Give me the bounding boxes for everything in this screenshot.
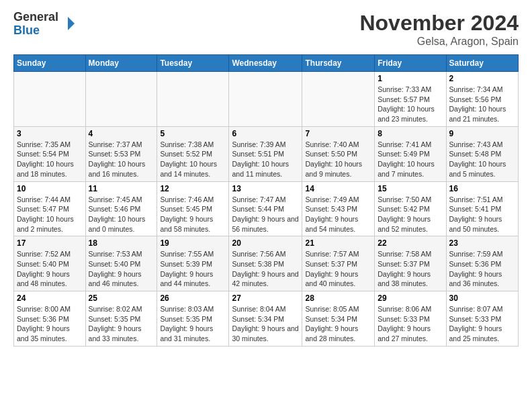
header-sunday: Sunday (14, 55, 86, 72)
day-number: 22 (378, 238, 443, 248)
day-number: 24 (17, 293, 83, 303)
day-details: Sunrise: 8:05 AMSunset: 5:34 PMDaylight:… (305, 304, 371, 344)
day-number: 16 (449, 184, 515, 193)
calendar-cell: 15Sunrise: 7:50 AMSunset: 5:42 PMDayligh… (375, 181, 446, 236)
day-number: 1 (378, 74, 443, 83)
calendar-cell: 22Sunrise: 7:58 AMSunset: 5:37 PMDayligh… (375, 236, 446, 291)
title-block: November 2024 Gelsa, Aragon, Spain (359, 11, 519, 48)
header-saturday: Saturday (446, 55, 518, 72)
day-details: Sunrise: 7:59 AMSunset: 5:36 PMDaylight:… (449, 249, 515, 289)
week-row-2: 3Sunrise: 7:35 AMSunset: 5:54 PMDaylight… (14, 126, 519, 181)
day-number: 12 (160, 184, 226, 193)
day-details: Sunrise: 7:37 AMSunset: 5:53 PMDaylight:… (89, 140, 154, 179)
calendar-cell: 5Sunrise: 7:38 AMSunset: 5:52 PMDaylight… (157, 126, 229, 181)
day-details: Sunrise: 8:00 AMSunset: 5:36 PMDaylight:… (17, 304, 83, 344)
calendar-cell: 11Sunrise: 7:45 AMSunset: 5:46 PMDayligh… (85, 181, 157, 236)
day-details: Sunrise: 7:47 AMSunset: 5:44 PMDaylight:… (232, 195, 299, 234)
day-details: Sunrise: 7:53 AMSunset: 5:40 PMDaylight:… (89, 249, 154, 289)
day-number: 28 (305, 293, 371, 303)
calendar-cell: 29Sunrise: 8:06 AMSunset: 5:33 PMDayligh… (375, 291, 446, 347)
day-details: Sunrise: 7:39 AMSunset: 5:51 PMDaylight:… (232, 140, 299, 179)
day-details: Sunrise: 7:43 AMSunset: 5:48 PMDaylight:… (449, 140, 515, 179)
calendar-cell: 27Sunrise: 8:04 AMSunset: 5:34 PMDayligh… (229, 291, 302, 347)
day-details: Sunrise: 8:03 AMSunset: 5:35 PMDaylight:… (160, 304, 226, 344)
day-number: 5 (160, 129, 226, 138)
logo: General Blue (13, 11, 76, 38)
page: General Blue November 2024 Gelsa, Aragon… (0, 0, 532, 357)
calendar-cell: 2Sunrise: 7:34 AMSunset: 5:56 PMDaylight… (446, 72, 518, 127)
day-details: Sunrise: 7:44 AMSunset: 5:47 PMDaylight:… (17, 195, 83, 234)
header-row: SundayMondayTuesdayWednesdayThursdayFrid… (14, 55, 519, 72)
day-details: Sunrise: 7:52 AMSunset: 5:40 PMDaylight:… (17, 249, 83, 289)
day-details: Sunrise: 7:46 AMSunset: 5:45 PMDaylight:… (160, 195, 226, 234)
calendar-cell: 24Sunrise: 8:00 AMSunset: 5:36 PMDayligh… (14, 291, 86, 347)
calendar-table: SundayMondayTuesdayWednesdayThursdayFrid… (13, 54, 519, 347)
header-thursday: Thursday (302, 55, 375, 72)
calendar-cell: 1Sunrise: 7:33 AMSunset: 5:57 PMDaylight… (375, 72, 446, 127)
day-details: Sunrise: 7:35 AMSunset: 5:54 PMDaylight:… (17, 140, 83, 179)
day-details: Sunrise: 8:02 AMSunset: 5:35 PMDaylight:… (89, 304, 154, 344)
location-subtitle: Gelsa, Aragon, Spain (359, 36, 519, 48)
logo-text: General Blue (13, 11, 58, 38)
day-details: Sunrise: 8:06 AMSunset: 5:33 PMDaylight:… (378, 304, 443, 344)
calendar-cell: 28Sunrise: 8:05 AMSunset: 5:34 PMDayligh… (302, 291, 375, 347)
day-details: Sunrise: 7:58 AMSunset: 5:37 PMDaylight:… (378, 249, 443, 289)
calendar-cell (157, 72, 229, 127)
day-number: 10 (17, 184, 83, 193)
day-number: 14 (305, 184, 371, 193)
day-number: 20 (232, 238, 299, 248)
calendar-cell: 19Sunrise: 7:55 AMSunset: 5:39 PMDayligh… (157, 236, 229, 291)
calendar-cell: 4Sunrise: 7:37 AMSunset: 5:53 PMDaylight… (85, 126, 157, 181)
calendar-cell (302, 72, 375, 127)
day-number: 25 (89, 293, 154, 303)
day-details: Sunrise: 8:07 AMSunset: 5:33 PMDaylight:… (449, 304, 515, 344)
week-row-5: 24Sunrise: 8:00 AMSunset: 5:36 PMDayligh… (14, 291, 519, 347)
day-number: 11 (89, 184, 154, 193)
day-number: 15 (378, 184, 443, 193)
header-friday: Friday (375, 55, 446, 72)
header-tuesday: Tuesday (157, 55, 229, 72)
header-wednesday: Wednesday (229, 55, 302, 72)
calendar-cell: 26Sunrise: 8:03 AMSunset: 5:35 PMDayligh… (157, 291, 229, 347)
day-details: Sunrise: 7:51 AMSunset: 5:41 PMDaylight:… (449, 195, 515, 234)
logo-icon (60, 15, 76, 32)
calendar-cell: 17Sunrise: 7:52 AMSunset: 5:40 PMDayligh… (14, 236, 86, 291)
day-details: Sunrise: 7:49 AMSunset: 5:43 PMDaylight:… (305, 195, 371, 234)
day-number: 13 (232, 184, 299, 193)
calendar-cell: 18Sunrise: 7:53 AMSunset: 5:40 PMDayligh… (85, 236, 157, 291)
calendar-cell: 12Sunrise: 7:46 AMSunset: 5:45 PMDayligh… (157, 181, 229, 236)
day-details: Sunrise: 7:55 AMSunset: 5:39 PMDaylight:… (160, 249, 226, 289)
day-details: Sunrise: 7:34 AMSunset: 5:56 PMDaylight:… (449, 85, 515, 124)
calendar-cell: 30Sunrise: 8:07 AMSunset: 5:33 PMDayligh… (446, 291, 518, 347)
calendar-cell: 23Sunrise: 7:59 AMSunset: 5:36 PMDayligh… (446, 236, 518, 291)
day-details: Sunrise: 7:50 AMSunset: 5:42 PMDaylight:… (378, 195, 443, 234)
day-number: 30 (449, 293, 515, 303)
day-details: Sunrise: 7:33 AMSunset: 5:57 PMDaylight:… (378, 85, 443, 124)
month-year-title: November 2024 (359, 11, 519, 36)
calendar-cell: 20Sunrise: 7:56 AMSunset: 5:38 PMDayligh… (229, 236, 302, 291)
calendar-cell: 8Sunrise: 7:41 AMSunset: 5:49 PMDaylight… (375, 126, 446, 181)
calendar-cell (85, 72, 157, 127)
day-number: 19 (160, 238, 226, 248)
day-number: 9 (449, 129, 515, 138)
week-row-1: 1Sunrise: 7:33 AMSunset: 5:57 PMDaylight… (14, 72, 519, 127)
day-number: 18 (89, 238, 154, 248)
calendar-body: 1Sunrise: 7:33 AMSunset: 5:57 PMDaylight… (14, 72, 519, 347)
calendar-cell: 7Sunrise: 7:40 AMSunset: 5:50 PMDaylight… (302, 126, 375, 181)
day-details: Sunrise: 7:45 AMSunset: 5:46 PMDaylight:… (89, 195, 154, 234)
day-details: Sunrise: 7:38 AMSunset: 5:52 PMDaylight:… (160, 140, 226, 179)
calendar-cell (229, 72, 302, 127)
day-number: 7 (305, 129, 371, 138)
calendar-cell: 25Sunrise: 8:02 AMSunset: 5:35 PMDayligh… (85, 291, 157, 347)
calendar-cell: 10Sunrise: 7:44 AMSunset: 5:47 PMDayligh… (14, 181, 86, 236)
day-details: Sunrise: 8:04 AMSunset: 5:34 PMDaylight:… (232, 304, 299, 344)
calendar-cell: 14Sunrise: 7:49 AMSunset: 5:43 PMDayligh… (302, 181, 375, 236)
calendar-cell (14, 72, 86, 127)
calendar-cell: 9Sunrise: 7:43 AMSunset: 5:48 PMDaylight… (446, 126, 518, 181)
day-details: Sunrise: 7:57 AMSunset: 5:37 PMDaylight:… (305, 249, 371, 289)
week-row-3: 10Sunrise: 7:44 AMSunset: 5:47 PMDayligh… (14, 181, 519, 236)
day-number: 21 (305, 238, 371, 248)
day-number: 8 (378, 129, 443, 138)
day-details: Sunrise: 7:56 AMSunset: 5:38 PMDaylight:… (232, 249, 299, 289)
day-details: Sunrise: 7:40 AMSunset: 5:50 PMDaylight:… (305, 140, 371, 179)
